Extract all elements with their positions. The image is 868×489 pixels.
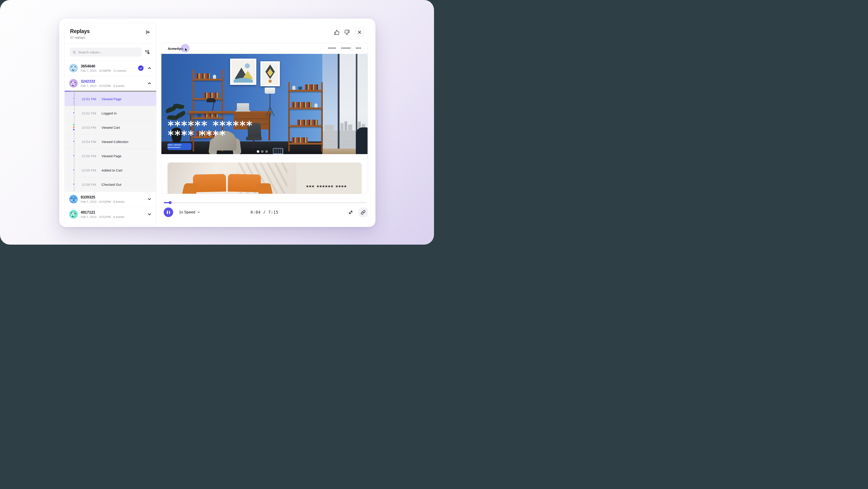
search-input[interactable] [78,50,139,54]
chevron-down-icon[interactable] [147,197,152,201]
event-dot [73,169,75,171]
close-button[interactable] [354,27,365,37]
event-time: 10:53 PM [82,125,101,130]
player-controls: 1x Speed 0:04 / 7:15 [161,207,368,217]
replay-id: 3654640 [81,64,138,68]
wall-art-frame [230,59,256,85]
event-dot-teal [73,123,75,125]
watched-check-badge [138,65,144,71]
link-icon [361,210,366,215]
event-label: Checked Out [101,182,121,186]
playback-speed-button[interactable]: 1x Speed [179,210,200,214]
replay-modal: Replays 37 replays 3654640 [59,19,375,227]
sort-button[interactable] [145,49,152,56]
replay-id: 3242332 [81,79,147,84]
event-dot-purple [73,128,75,131]
chevron-up-icon[interactable] [147,81,152,86]
replay-count: 37 replays [70,36,151,39]
close-icon [358,30,362,34]
event-time: 10:56 PM [82,182,101,186]
fullscreen-button[interactable] [348,209,353,215]
scrubber-handle[interactable] [168,201,172,204]
scrubber-track[interactable] [164,202,366,203]
avatar [69,79,78,88]
event-row-viewed-page-2[interactable]: 10:55 PM Viewed Page [65,149,156,163]
thumbs-up-button[interactable] [334,30,340,35]
masked-nav-item: ****** [328,47,336,50]
event-time: 10:55 PM [82,154,101,158]
copy-link-button[interactable] [359,208,368,217]
replays-sidebar: Replays 37 replays 3654640 [64,23,156,225]
replay-viewport: AcmeApp ****** ******* **** [161,43,368,194]
replay-item-3242332[interactable]: 3242332 Feb 7, 2023 · 10:52PM · 9 events [65,76,156,91]
avatar [69,210,78,219]
masked-product-text: *** ****** **** [306,184,347,190]
playback-scrubber[interactable] [164,201,366,204]
event-label: Viewed Page [101,154,121,158]
page-title: Replays [70,28,151,34]
playback-time: 0:04 / 7:15 [250,210,278,214]
pause-button[interactable] [164,207,173,217]
carousel-dot [266,150,268,153]
chevron-down-icon[interactable] [147,212,152,217]
masked-nav-item: **** [356,47,361,50]
replay-id: 4917121 [81,210,147,214]
bookshelf-right [288,82,323,151]
product-card-text-panel: *** ****** **** [296,163,362,194]
replay-meta: Feb 7, 2023 · 10:58PM · 12 events [81,69,138,73]
event-label: Viewed Cart [101,125,120,130]
expand-icon [348,210,353,215]
event-row-checked-out[interactable]: 10:56 PM Checked Out [65,177,156,192]
event-label: Added to Cart [101,168,123,172]
replayed-product-card: *** ****** **** [167,163,362,194]
replayed-site-nav: ****** ******* **** [328,47,361,50]
sofa-photo [167,163,296,194]
collapse-icon [145,29,151,35]
event-label: Viewed Collection [101,140,128,144]
event-time: 10:52 PM [82,97,101,101]
event-row-viewed-collection[interactable]: 10:54 PM Viewed Collection [65,135,156,149]
event-row-viewed-page-1[interactable]: 10:52 PM Viewed Page [65,92,156,106]
player-feedback-bar [334,27,365,37]
avatar [69,195,78,203]
window-view [322,54,368,154]
avatar [69,64,78,73]
replay-item-4917121[interactable]: 4917121 Feb 7, 2023 · 10:51PM · 8 events [65,207,156,222]
desktop-background: Replays 37 replays 3654640 [0,0,434,244]
event-row-viewed-cart[interactable]: 10:53 PM Viewed Cart [65,120,156,135]
event-row-logged-in[interactable]: 10:52 PM Logged In [65,106,156,120]
replay-item-8339325[interactable]: 8339325 Feb 7, 2023 · 10:52PM · 8 events [65,192,156,207]
event-row-added-to-cart[interactable]: 10:55 PM Added to Cart [65,163,156,177]
replay-meta: Feb 7, 2023 · 10:51PM · 8 events [81,215,147,219]
masked-cta-button: **** ****** ********** [167,143,191,150]
chevron-down-icon [197,211,200,214]
event-dot [73,154,75,156]
event-dot [73,112,75,114]
event-dot [73,97,75,99]
replay-meta: Feb 7, 2023 · 10:52PM · 8 events [81,200,147,203]
laptop [237,103,252,112]
chevron-up-icon[interactable] [147,66,152,70]
sort-descending-icon [145,49,150,55]
event-time: 10:54 PM [82,140,101,144]
masked-nav-item: ******* [341,47,350,50]
speed-label: 1x Speed [179,210,195,214]
masked-cta-label: **** ****** ********** [167,144,191,149]
replayed-hero-image: ****** ****** **** **** **** ****** ****… [161,54,368,154]
thumbs-down-button[interactable] [344,30,350,35]
check-icon [140,67,143,70]
event-dot-cluster [73,123,75,131]
search-row [65,44,156,60]
replayed-site-header: AcmeApp ****** ******* **** [161,43,368,54]
event-dot [73,140,75,142]
event-timeline: 10:52 PM Viewed Page 10:52 PM Logged In … [65,92,156,192]
event-dot-orange [73,126,75,128]
thumbs-down-icon [344,30,350,35]
mouse-cursor-icon [185,48,188,53]
replay-item-3654640[interactable]: 3654640 Feb 7, 2023 · 10:58PM · 12 event… [65,60,156,76]
event-label: Logged In [101,111,117,115]
desk-lamp [207,98,217,111]
collapse-sidebar-button[interactable] [145,29,152,35]
search-box[interactable] [70,48,142,57]
event-dot [73,183,75,185]
